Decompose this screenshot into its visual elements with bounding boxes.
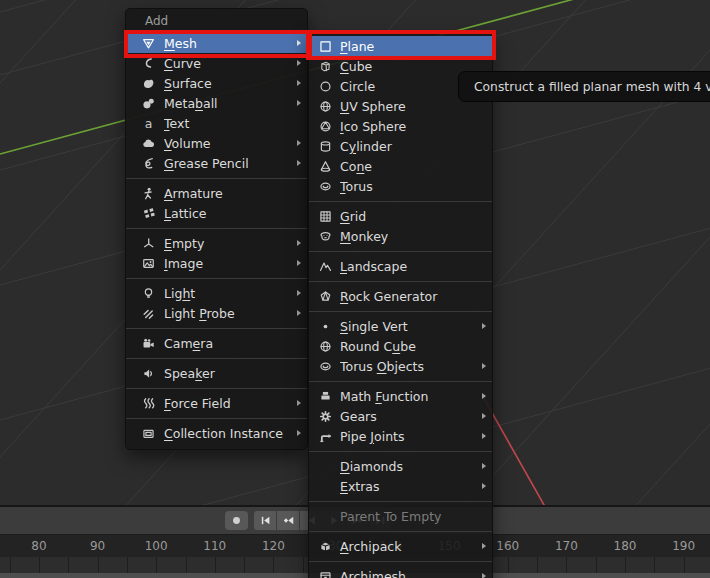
submenu-arrow-icon (297, 40, 301, 46)
menu-separator (126, 413, 307, 423)
menu-item-parent-to-empty: Parent To Empty (309, 506, 492, 526)
menu-separator (309, 376, 492, 386)
menu-item-round-cube[interactable]: Round Cube (309, 336, 492, 356)
camera-icon (140, 336, 157, 351)
menu-item-empty[interactable]: Empty (126, 233, 307, 253)
menu-item-label: Light Probe (164, 306, 293, 321)
single-vert-icon (317, 319, 334, 334)
frame-label: 110 (203, 535, 226, 558)
menu-item-cone[interactable]: Cone (309, 156, 492, 176)
menu-item-curve[interactable]: Curve (126, 53, 307, 73)
menu-item-text[interactable]: aText (126, 113, 307, 133)
submenu-arrow-icon (297, 80, 301, 86)
submenu-arrow-icon (482, 573, 486, 578)
menu-item-armature[interactable]: Armature (126, 183, 307, 203)
menu-item-diamonds[interactable]: Diamonds (309, 456, 492, 476)
jump-to-start-button[interactable] (254, 511, 276, 530)
menu-item-label: Single Vert (340, 319, 478, 334)
menu-item-gears[interactable]: Gears (309, 406, 492, 426)
menu-item-archimesh[interactable]: Archimesh (309, 566, 492, 578)
menu-item-plane[interactable]: Plane (309, 36, 492, 56)
frame-tick (127, 557, 128, 573)
menu-item-label: Diamonds (340, 459, 478, 474)
menu-separator (126, 353, 307, 363)
submenu-arrow-icon (482, 543, 486, 549)
menu-item-grid[interactable]: Grid (309, 206, 492, 226)
tooltip-text: Construct a filled planar mesh with 4 ve… (474, 80, 710, 94)
frame-tick (654, 557, 655, 573)
math-function-icon (317, 389, 334, 404)
record-button[interactable] (225, 511, 248, 530)
menu-item-label: Cylinder (340, 139, 478, 154)
menu-item-light[interactable]: Light (126, 283, 307, 303)
submenu-arrow-icon (297, 60, 301, 66)
metaball-icon (140, 96, 157, 111)
menu-item-archipack[interactable]: Archipack (309, 536, 492, 556)
menu-item-light-probe[interactable]: Light Probe (126, 303, 307, 323)
menu-item-metaball[interactable]: Metaball (126, 93, 307, 113)
menu-item-label: Light (164, 286, 293, 301)
menu-item-cylinder[interactable]: Cylinder (309, 136, 492, 156)
menu-item-mesh[interactable]: Mesh (126, 33, 307, 53)
menu-item-label: Plane (340, 39, 478, 54)
menu-item-camera[interactable]: Camera (126, 333, 307, 353)
submenu-arrow-icon (297, 100, 301, 106)
frame-tick (10, 557, 11, 573)
menu-item-label: Archimesh (340, 569, 478, 578)
volume-icon (140, 136, 157, 151)
menu-separator (126, 173, 307, 183)
menu-item-label: Cube (340, 59, 478, 74)
add-menu-title: Add (126, 9, 307, 33)
menu-item-surface[interactable]: Surface (126, 73, 307, 93)
menu-item-pipe-joints[interactable]: Pipe Joints (309, 426, 492, 446)
armature-icon (140, 186, 157, 201)
frame-label: 160 (496, 535, 519, 558)
menu-item-speaker[interactable]: Speaker (126, 363, 307, 383)
menu-item-image[interactable]: Image (126, 253, 307, 273)
grid-icon (317, 209, 334, 224)
menu-separator (309, 246, 492, 256)
menu-item-extras[interactable]: Extras (309, 476, 492, 496)
frame-tick (156, 557, 157, 573)
menu-item-label: Curve (164, 56, 293, 71)
menu-item-single-vert[interactable]: Single Vert (309, 316, 492, 336)
menu-item-force-field[interactable]: Force Field (126, 393, 307, 413)
menu-item-label: Cone (340, 159, 478, 174)
menu-item-math-function[interactable]: Math Function (309, 386, 492, 406)
menu-item-collection-instance[interactable]: Collection Instance (126, 423, 307, 443)
mesh-submenu-items: PlaneCubeCircleUV SphereIco SphereCylind… (309, 36, 492, 578)
gears-icon (317, 409, 334, 424)
menu-item-lattice[interactable]: Lattice (126, 203, 307, 223)
menu-item-label: Empty (164, 236, 293, 251)
torus-icon (317, 179, 334, 194)
menu-item-volume[interactable]: Volume (126, 133, 307, 153)
frame-label: 90 (90, 535, 105, 558)
menu-item-label: Round Cube (340, 339, 478, 354)
uv-sphere-icon (317, 99, 334, 114)
menu-item-grease-pencil[interactable]: Grease Pencil (126, 153, 307, 173)
menu-item-label: Surface (164, 76, 293, 91)
menu-item-torus[interactable]: Torus (309, 176, 492, 196)
svg-text:a: a (145, 117, 153, 130)
image-icon (140, 256, 157, 271)
submenu-arrow-icon (482, 463, 486, 469)
mesh-submenu: PlaneCubeCircleUV SphereIco SphereCylind… (308, 31, 493, 578)
menu-item-rock-generator[interactable]: Rock Generator (309, 286, 492, 306)
frame-tick (625, 557, 626, 573)
menu-item-label: Ico Sphere (340, 119, 478, 134)
collection-instance-icon (140, 426, 157, 441)
submenu-arrow-icon (297, 400, 301, 406)
jump-to-prev-keyframe-button[interactable] (277, 511, 299, 530)
submenu-arrow-icon (297, 240, 301, 246)
force-field-icon (140, 396, 157, 411)
mesh-icon (140, 36, 157, 51)
menu-item-monkey[interactable]: Monkey (309, 226, 492, 246)
menu-item-ico-sphere[interactable]: Ico Sphere (309, 116, 492, 136)
menu-item-torus-objects[interactable]: Torus Objects (309, 356, 492, 376)
menu-item-landscape[interactable]: Landscape (309, 256, 492, 276)
icon-spacer (317, 479, 334, 494)
menu-item-label: Armature (164, 186, 293, 201)
cube-icon (317, 59, 334, 74)
menu-item-label: Grease Pencil (164, 156, 293, 171)
menu-item-label: Grid (340, 209, 478, 224)
